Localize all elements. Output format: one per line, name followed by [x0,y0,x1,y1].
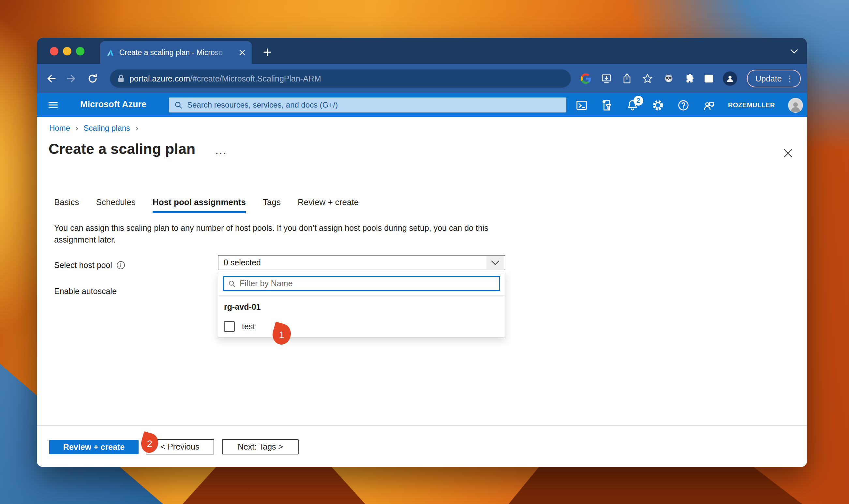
breadcrumb-separator-icon: › [75,124,78,132]
install-app-icon[interactable] [601,73,612,84]
annotation-1-number: 1 [279,329,284,340]
search-icon [174,101,183,109]
enable-autoscale-label: Enable autoscale [54,287,117,296]
browser-window: Create a scaling plan - Microso [37,38,807,467]
resource-group-label: rg-avd-01 [224,302,261,312]
next-tags-button[interactable]: Next: Tags > [222,439,299,454]
url-host: portal.azure.com [129,74,190,83]
url-bar[interactable]: portal.azure.com/#create/Microsoft.Scali… [110,69,571,88]
lock-icon [117,74,125,83]
google-g-icon[interactable] [581,73,591,84]
feedback-icon[interactable] [703,99,715,111]
annotation-2-number: 2 [147,438,152,449]
tab-search-chevron-icon[interactable] [790,49,798,54]
browser-toolbar: portal.azure.com/#create/Microsoft.Scali… [37,64,807,93]
host-pool-dropdown[interactable]: 0 selected [218,255,505,270]
minimize-window-button[interactable] [63,47,71,55]
filter-search-icon [228,280,236,288]
url-path: /#create/Microsoft.ScalingPlan-ARM [190,74,321,83]
update-label: Update [755,74,782,84]
filter-search-box[interactable] [223,276,500,291]
breadcrumb: Home › Scaling plans › [49,124,138,133]
user-avatar[interactable] [788,98,803,113]
browser-tab[interactable]: Create a scaling plan - Microso [100,41,252,64]
hamburger-menu-icon[interactable] [48,100,59,110]
host-pool-option-row[interactable]: test [224,321,255,332]
select-host-pool-text: Select host pool [54,260,112,270]
browser-profile-icon[interactable] [723,71,737,86]
review-create-button[interactable]: Review + create [49,440,139,454]
tab-description: You can assign this scaling plan to any … [54,222,503,246]
notifications-bell-icon[interactable]: 2 [626,99,639,111]
desktop-wallpaper: Create a scaling plan - Microso [0,0,849,504]
host-pool-dropdown-panel: rg-avd-01 test [218,272,505,337]
wizard-tabs: Basics Schedules Host pool assignments T… [54,197,359,213]
tab-review-create[interactable]: Review + create [298,197,359,213]
tab-tags[interactable]: Tags [263,197,281,213]
forward-icon[interactable] [66,73,77,84]
user-name[interactable]: ROZEMULLER [728,102,775,109]
azure-favicon-icon [106,48,114,57]
zoom-window-button[interactable] [76,47,85,55]
azure-search-box[interactable] [169,97,566,112]
tab-close-icon[interactable] [239,49,246,56]
close-window-button[interactable] [50,47,58,55]
footer-divider [37,425,807,426]
raccoon-extension-icon[interactable] [663,73,674,85]
info-icon[interactable]: i [117,261,125,269]
toolbar-right-cluster: Update ⋮ [581,70,801,87]
page-title: Create a scaling plan [49,141,195,158]
new-tab-icon[interactable] [263,47,272,57]
chevron-down-icon[interactable] [486,256,504,269]
filter-input[interactable] [239,278,495,289]
traffic-lights [50,47,85,55]
host-pool-checkbox[interactable] [224,321,235,332]
directory-filter-icon[interactable] [601,99,613,111]
azure-header: Microsoft Azure 2 [37,93,807,117]
azure-header-right: 2 ROZEMULLER [576,93,803,117]
azure-search-input[interactable] [186,100,561,110]
azure-brand[interactable]: Microsoft Azure [80,100,146,110]
portal-content: Home › Scaling plans › Create a scaling … [37,117,807,467]
tab-strip: Create a scaling plan - Microso [37,38,807,64]
select-host-pool-label: Select host pool i [54,260,125,270]
url-text: portal.azure.com/#create/Microsoft.Scali… [129,74,321,84]
notification-badge: 2 [633,96,643,106]
close-pane-icon[interactable] [782,147,794,159]
tab-schedules[interactable]: Schedules [96,197,136,213]
panel-divider [218,295,505,296]
more-actions-icon[interactable]: … [215,143,227,157]
back-icon[interactable] [45,73,56,84]
cloud-shell-icon[interactable] [576,99,588,111]
tab-title: Create a scaling plan - Microso [119,48,228,57]
update-button[interactable]: Update ⋮ [747,70,801,87]
breadcrumb-scaling-plans[interactable]: Scaling plans [84,124,130,133]
side-panel-icon[interactable] [705,75,713,83]
breadcrumb-home[interactable]: Home [49,124,70,133]
bookmark-star-icon[interactable] [642,73,653,84]
help-icon[interactable] [677,99,690,111]
dropdown-selected-value: 0 selected [218,258,261,267]
kebab-menu-icon[interactable]: ⋮ [786,74,794,84]
extensions-puzzle-icon[interactable] [684,73,695,84]
tab-basics[interactable]: Basics [54,197,79,213]
share-icon[interactable] [622,73,632,84]
host-pool-option-label: test [242,322,255,331]
breadcrumb-separator-icon: › [135,124,138,132]
settings-gear-icon[interactable] [652,99,664,111]
tab-host-pool-assignments[interactable]: Host pool assignments [152,197,246,213]
reload-icon[interactable] [87,73,98,84]
